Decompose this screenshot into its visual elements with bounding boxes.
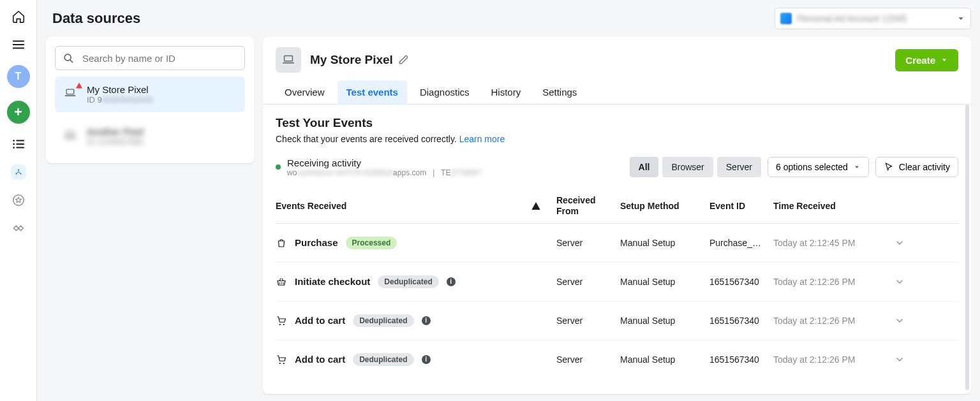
cart-icon [276,315,287,326]
section-title: Test Your Events [276,116,958,130]
asset-title: My Store Pixel [310,53,393,67]
basket-icon [276,276,287,288]
status-indicator [276,164,281,170]
info-icon[interactable]: i [422,355,431,364]
info-icon[interactable]: i [422,316,431,325]
info-icon[interactable]: i [447,277,456,286]
received-from: Server [556,354,620,365]
account-color-chip [780,13,792,24]
event-name: Purchase [295,237,338,248]
status-badge: Deduplicated [353,353,413,366]
time-received: Today at 2:12:45 PM [773,238,895,248]
filter-browser[interactable]: Browser [662,157,713,177]
search-input[interactable] [81,52,238,64]
cursor-icon [884,162,894,172]
filter-server[interactable]: Server [717,157,761,177]
partners-icon[interactable] [11,221,26,236]
account-selector[interactable]: Personal Ad Account 12345 [775,8,971,29]
event-id: 1651567340 [709,354,773,365]
received-from: Server [556,316,620,326]
asset-type-icon [276,47,301,73]
datasource-name: My Store Pixel [87,84,152,95]
datasource-item[interactable]: My Store Pixel ID 900000000000 [55,77,245,112]
campaigns-icon[interactable] [11,136,26,152]
datasource-id: ID 1234567890 [87,137,144,147]
home-icon[interactable] [11,9,26,24]
chevron-down-icon[interactable] [895,238,914,248]
nav-rail: T + [0,0,37,401]
pixel-icon [61,126,79,144]
warning-icon [75,82,83,89]
event-id: Purchase_… [709,238,773,248]
datasource-id: ID 900000000000 [87,95,152,105]
clear-activity-button[interactable]: Clear activity [875,157,958,177]
tab-bar: OverviewTest eventsDiagnosticsHistorySet… [263,73,971,105]
tab-settings[interactable]: Settings [533,80,586,104]
received-from: Server [556,238,620,248]
status-badge: Deduplicated [353,314,413,327]
status-badge: Processed [346,237,397,249]
status-text: Receiving activity wocommerce-347075-316… [287,157,482,177]
chevron-down-icon [956,14,965,23]
filter-all[interactable]: All [630,157,659,177]
table-row[interactable]: Add to cart Deduplicated i Server Manual… [276,340,958,379]
event-name: Add to cart [295,315,345,326]
search-icon [62,52,75,64]
avatar[interactable]: T [7,65,30,88]
table-row[interactable]: Initiate checkout Deduplicated i Server … [276,263,958,302]
tab-test-events[interactable]: Test events [338,80,407,104]
learn-more-link[interactable]: Learn more [459,134,505,144]
event-name: Initiate checkout [295,276,370,287]
search-input-wrap[interactable] [55,46,245,70]
menu-icon[interactable] [11,37,26,52]
chevron-down-icon[interactable] [895,354,914,365]
table-row[interactable]: Purchase Processed Server Manual Setup P… [276,224,958,263]
warning-icon [531,201,556,211]
event-name: Add to cart [295,354,345,365]
setup-method: Manual Setup [620,238,709,248]
edit-icon[interactable] [398,54,410,66]
add-button[interactable]: + [7,101,30,124]
bag-icon [276,237,287,249]
status-badge: Deduplicated [378,275,438,288]
favorites-icon[interactable] [11,193,26,208]
time-received: Today at 2:12:26 PM [773,316,895,326]
table-header: Events Received Received From Setup Meth… [276,191,958,224]
chevron-down-icon [853,163,861,171]
setup-method: Manual Setup [620,277,709,287]
time-received: Today at 2:12:26 PM [773,354,895,365]
time-received: Today at 2:12:26 PM [773,277,895,287]
setup-method: Manual Setup [620,354,709,365]
chevron-down-icon[interactable] [895,277,914,287]
chevron-down-icon [940,56,948,64]
account-name: Personal Ad Account 12345 [797,13,951,24]
datasource-name: Another Pixel [87,126,144,137]
chevron-down-icon[interactable] [895,316,914,326]
table-row[interactable]: Add to cart Deduplicated i Server Manual… [276,302,958,340]
source-filter: All Browser Server [630,157,761,177]
scrollbar[interactable] [965,105,969,390]
pixel-icon [61,84,79,102]
content-card: My Store Pixel Create OverviewTest event… [263,37,971,394]
tab-history[interactable]: History [482,80,530,104]
section-subtitle: Check that your events are received corr… [276,134,958,144]
received-from: Server [556,277,620,287]
data-sources-icon[interactable] [11,164,26,180]
datasource-list-card: My Store Pixel ID 900000000000 Another P… [46,37,254,163]
setup-method: Manual Setup [620,316,709,326]
event-id: 1651567340 [709,316,773,326]
tab-overview[interactable]: Overview [276,80,334,104]
cart-icon [276,354,287,365]
datasource-item[interactable]: Another Pixel ID 1234567890 [55,119,245,154]
options-dropdown[interactable]: 6 options selected [768,157,869,177]
event-id: 1651567340 [709,277,773,287]
tab-diagnostics[interactable]: Diagnostics [411,80,479,104]
create-button[interactable]: Create [895,49,958,71]
